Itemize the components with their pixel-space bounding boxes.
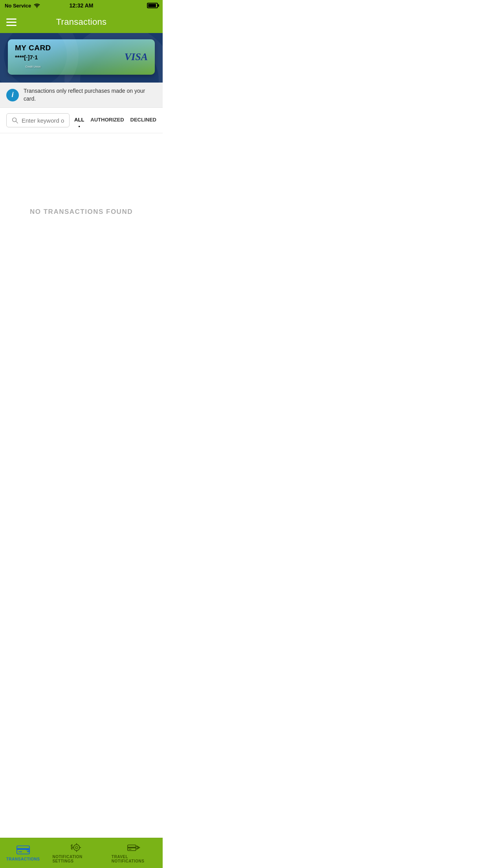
battery-fill [148,4,156,7]
search-icon [11,117,18,124]
carrier-text: No Service [5,3,31,9]
menu-icon[interactable] [6,18,17,26]
credit-union-text: Credit Union [15,62,51,71]
info-banner: i Transactions only reflect purchases ma… [0,83,163,108]
search-input[interactable] [22,117,64,124]
card-visual: MY CARD ****[·]7·1 Credit Union VISA [8,39,155,75]
tab-all[interactable]: ALL [74,117,84,124]
card-name: MY CARD [15,44,51,52]
page-title: Transactions [56,17,107,27]
status-bar: No Service 12:32 AM [0,0,163,11]
card-info-left: MY CARD ****[·]7·1 Credit Union [15,44,51,71]
info-text: Transactions only reflect purchases made… [24,87,156,103]
tab-authorized[interactable]: AUTHORIZED [90,117,124,124]
status-left: No Service [5,3,40,9]
filter-tabs: ALL AUTHORIZED DECLINED [74,117,156,124]
empty-state: NO TRANSACTIONS FOUND [0,133,163,291]
filter-row: ALL AUTHORIZED DECLINED [0,108,163,133]
menu-line-1 [6,18,17,20]
status-time: 12:32 AM [70,2,94,9]
battery-icon [147,3,158,8]
card-info-right: VISA [125,51,148,63]
empty-message: NO TRANSACTIONS FOUND [30,208,133,216]
main-content: MY CARD ****[·]7·1 Credit Union VISA i T… [0,33,163,318]
svg-point-1 [13,118,17,122]
search-box[interactable] [6,113,70,127]
card-section: MY CARD ****[·]7·1 Credit Union VISA [0,33,163,83]
visa-logo: VISA [125,51,148,63]
card-number: ****[·]7·1 [15,54,51,61]
menu-line-3 [6,25,17,26]
wifi-icon [33,3,40,8]
svg-text:Credit Union: Credit Union [25,65,40,68]
header: Transactions [0,11,163,33]
info-icon: i [6,89,19,101]
menu-line-2 [6,22,17,23]
tab-declined[interactable]: DECLINED [130,117,156,124]
